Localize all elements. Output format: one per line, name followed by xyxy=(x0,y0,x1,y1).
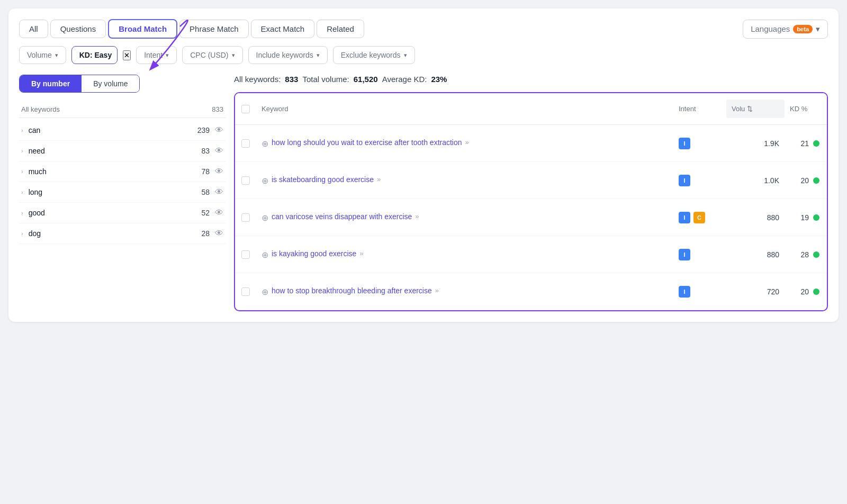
keyword-text: how to stop breakthrough bleeding after … xyxy=(272,286,432,295)
chevron-right-icon: › xyxy=(21,168,23,175)
sidebar-row[interactable]: › much 78 👁 xyxy=(19,161,226,182)
sidebar-header: All keywords 833 xyxy=(19,101,226,118)
volume-filter[interactable]: Volume ▾ xyxy=(19,46,66,64)
table-row: ⊕ how to stop breakthrough bleeding afte… xyxy=(235,273,827,310)
table-row: ⊕ can varicose veins disappear with exer… xyxy=(235,199,827,236)
sidebar-count: 78 xyxy=(201,167,210,176)
tab-exact-match[interactable]: Exact Match xyxy=(251,20,315,38)
tab-broad-match[interactable]: Broad Match xyxy=(108,19,177,39)
beta-badge: beta xyxy=(793,25,813,33)
main-content: By number By volume All keywords 833 › c… xyxy=(19,75,828,311)
keyword-arrows: » xyxy=(465,138,469,146)
sidebar-keyword: much xyxy=(29,167,202,176)
eye-icon[interactable]: 👁 xyxy=(215,125,223,135)
kd-cell: 20 xyxy=(785,176,827,185)
intent-cell: I xyxy=(673,249,726,260)
row-checkbox-cell xyxy=(235,250,256,259)
eye-icon[interactable]: 👁 xyxy=(215,187,223,197)
keyword-link[interactable]: ⊕ is skateboarding good exercise » xyxy=(262,175,668,186)
intent-column-header: Intent xyxy=(673,105,726,113)
kd-column-header: KD % xyxy=(785,105,827,113)
keyword-arrows: » xyxy=(377,175,381,183)
sidebar-count: 52 xyxy=(201,209,210,217)
keyword-cell: ⊕ is kayaking good exercise » xyxy=(256,249,673,260)
eye-icon[interactable]: 👁 xyxy=(215,146,223,156)
volume-cell: 720 xyxy=(726,287,785,296)
languages-button[interactable]: Languages beta ▾ xyxy=(743,20,828,39)
kd-cell: 21 xyxy=(785,139,827,148)
sidebar-keyword: good xyxy=(29,209,202,217)
stats-kd-value: 23% xyxy=(431,75,447,84)
intent-badge: I xyxy=(679,249,690,260)
table-row: ⊕ is kayaking good exercise » I 880 28 xyxy=(235,236,827,273)
sidebar-rows-container: › can 239 👁 › need 83 👁 › much 78 👁 › lo… xyxy=(19,120,226,244)
kd-cell: 28 xyxy=(785,250,827,259)
sidebar-keyword: long xyxy=(29,188,202,196)
sidebar-row[interactable]: › good 52 👁 xyxy=(19,203,226,223)
kd-value: 20 xyxy=(800,287,809,296)
row-checkbox[interactable] xyxy=(241,139,250,148)
plus-circle-icon: ⊕ xyxy=(262,287,268,297)
keyword-text: is skateboarding good exercise xyxy=(272,175,374,184)
kd-value: 28 xyxy=(800,250,809,259)
row-checkbox[interactable] xyxy=(241,176,250,185)
chevron-down-icon: ▾ xyxy=(404,52,407,59)
keyword-link[interactable]: ⊕ can varicose veins disappear with exer… xyxy=(262,212,668,223)
keyword-link[interactable]: ⊕ how to stop breakthrough bleeding afte… xyxy=(262,286,668,297)
kd-filter-close[interactable]: ✕ xyxy=(123,50,131,60)
row-checkbox[interactable] xyxy=(241,213,250,222)
stats-keywords-label: All keywords: xyxy=(234,75,281,84)
keyword-text: can varicose veins disappear with exerci… xyxy=(272,212,412,221)
left-panel: By number By volume All keywords 833 › c… xyxy=(19,75,226,311)
sidebar-keyword: can xyxy=(29,126,197,134)
tab-phrase-match[interactable]: Phrase Match xyxy=(179,20,249,38)
include-keywords-label: Include keywords xyxy=(256,51,313,59)
right-panel: All keywords: 833 Total volume: 61,520 A… xyxy=(234,75,828,311)
chevron-right-icon: › xyxy=(21,148,23,154)
by-number-toggle[interactable]: By number xyxy=(20,75,82,92)
sidebar-row[interactable]: › dog 28 👁 xyxy=(19,223,226,244)
stats-volume-label: Total volume: xyxy=(302,75,349,84)
chevron-down-icon: ▾ xyxy=(166,52,169,59)
row-checkbox[interactable] xyxy=(241,250,250,259)
exclude-keywords-filter[interactable]: Exclude keywords ▾ xyxy=(333,46,415,64)
sidebar-count: 28 xyxy=(201,229,210,238)
table-row: ⊕ is skateboarding good exercise » I 1.0… xyxy=(235,162,827,199)
cpc-filter-label: CPC (USD) xyxy=(190,51,228,59)
tab-all[interactable]: All xyxy=(19,20,48,38)
sidebar-keyword: need xyxy=(29,147,202,155)
row-checkbox-cell xyxy=(235,287,256,296)
kd-dot-green xyxy=(813,214,819,221)
toggle-row: By number By volume xyxy=(19,75,140,93)
filters-row: Volume ▾ KD: Easy ✕ Intent ▾ CPC (USD) ▾… xyxy=(19,46,828,64)
kd-value: 20 xyxy=(800,176,809,185)
chevron-down-icon: ▾ xyxy=(232,52,235,59)
sidebar-count: 58 xyxy=(201,188,210,196)
kd-filter-active[interactable]: KD: Easy xyxy=(71,46,118,64)
intent-badge: I xyxy=(679,175,690,186)
include-keywords-filter[interactable]: Include keywords ▾ xyxy=(248,46,328,64)
keyword-link[interactable]: ⊕ how long should you wait to exercise a… xyxy=(262,138,668,149)
volume-column-header[interactable]: Volu ⇅ xyxy=(726,100,785,118)
intent-filter[interactable]: Intent ▾ xyxy=(136,46,177,64)
eye-icon[interactable]: 👁 xyxy=(215,167,223,176)
sidebar-row[interactable]: › can 239 👁 xyxy=(19,120,226,141)
kd-value: 21 xyxy=(800,139,809,148)
intent-cell: I xyxy=(673,138,726,149)
by-volume-toggle[interactable]: By volume xyxy=(82,75,139,92)
tab-questions[interactable]: Questions xyxy=(50,20,106,38)
eye-icon[interactable]: 👁 xyxy=(215,208,223,218)
tab-related[interactable]: Related xyxy=(317,20,364,38)
cpc-filter[interactable]: CPC (USD) ▾ xyxy=(182,46,242,64)
languages-label: Languages xyxy=(751,24,790,33)
sidebar-count: 239 xyxy=(197,126,210,134)
select-all-checkbox[interactable] xyxy=(241,105,250,113)
intent-badge: C xyxy=(693,212,705,223)
keyword-link[interactable]: ⊕ is kayaking good exercise » xyxy=(262,249,668,260)
intent-cell: I xyxy=(673,286,726,298)
sidebar-row[interactable]: › need 83 👁 xyxy=(19,141,226,161)
eye-icon[interactable]: 👁 xyxy=(215,229,223,238)
sidebar-row[interactable]: › long 58 👁 xyxy=(19,182,226,203)
row-checkbox[interactable] xyxy=(241,287,250,296)
chevron-down-icon: ▾ xyxy=(317,52,320,59)
